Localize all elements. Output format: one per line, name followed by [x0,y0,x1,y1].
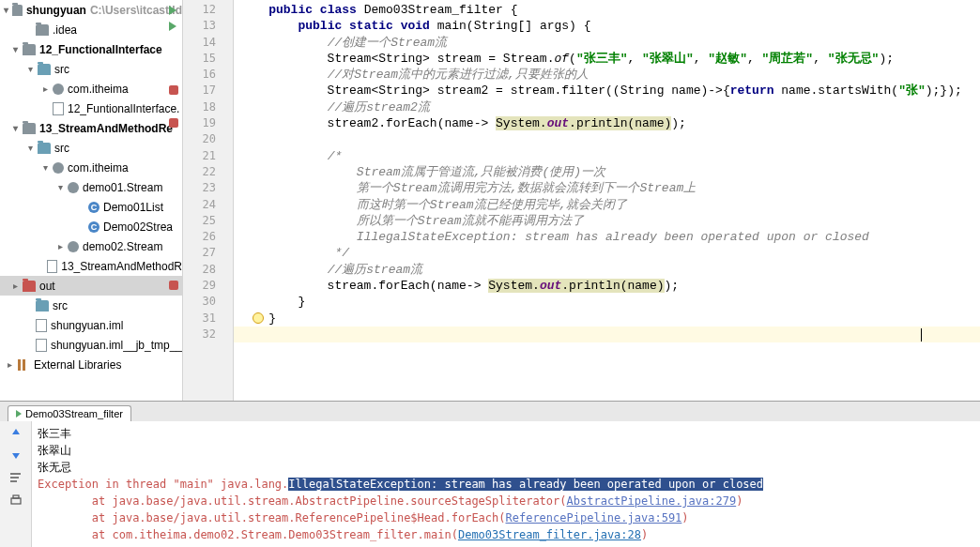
project-root[interactable]: ▾ shungyuan C:\Users\itcast\Id [0,0,182,20]
tree-item[interactable]: ▸com.itheima [0,79,182,99]
project-tree[interactable]: ▾ shungyuan C:\Users\itcast\Id .idea▾12_… [0,0,183,401]
console-line[interactable]: 张三丰 [38,425,974,442]
intention-bulb-icon[interactable] [253,312,264,324]
chevron-icon[interactable]: ▾ [9,123,21,134]
code-line[interactable]: //遍历stream2流 [234,99,980,115]
tree-item[interactable]: ▸demo02.Stream [0,236,182,256]
chevron-icon[interactable]: ▾ [9,44,21,55]
override-gutter-icon[interactable] [169,281,178,290]
chevron-icon[interactable] [23,340,34,351]
code-line[interactable]: } [234,294,980,310]
code-line[interactable]: public class Demo03Stream_filter { [234,2,980,18]
tree-item[interactable]: CDemo01List [0,197,182,217]
gutter-line[interactable]: 26 [183,229,233,245]
chevron-icon[interactable] [36,261,46,272]
tree-item[interactable]: .idea [0,20,182,39]
console-tab[interactable]: Demo03Stream_filter [8,405,131,421]
console-line[interactable]: 张无忌 [38,459,974,476]
gutter-line[interactable]: 13 [183,18,233,34]
code-line[interactable]: stream2.forEach(name-> System.out.printl… [234,115,980,131]
code-line[interactable]: //遍历stream流 [234,262,980,278]
code-line[interactable]: public static void main(String[] args) { [234,18,980,34]
softwrap-icon[interactable] [8,470,23,485]
code-line[interactable]: Stream<String> stream2 = stream.filter((… [234,83,980,99]
run-gutter-icon[interactable] [169,6,176,15]
chevron-icon[interactable]: ▸ [54,241,66,252]
code-line[interactable]: Stream<String> stream = Stream.of("张三丰",… [234,51,980,67]
scroll-down-icon[interactable] [8,448,23,463]
run-gutter-icon[interactable] [169,22,176,31]
code-line[interactable] [234,131,980,147]
chevron-down-icon[interactable]: ▾ [2,5,10,16]
override-gutter-icon[interactable] [169,85,178,95]
gutter-line[interactable]: 31 [183,311,233,327]
chevron-icon[interactable]: ▾ [24,143,36,154]
tree-item[interactable]: ▸out [0,276,182,296]
console-line[interactable]: at com.itheima.demo02.Stream.Demo03Strea… [38,526,974,543]
chevron-icon[interactable]: ▸ [9,281,21,292]
gutter-line[interactable]: 20 [183,131,233,147]
gutter-line[interactable]: 27 [183,245,233,261]
tree-item[interactable]: ▾demo01.Stream [0,177,182,197]
gutter-line[interactable]: 14 [183,35,233,51]
tree-item[interactable]: src [0,296,182,315]
console-line[interactable]: Exception in thread "main" java.lang.Ill… [38,476,974,493]
console-output[interactable]: 张三丰张翠山张无忌Exception in thread "main" java… [32,421,980,547]
gutter-line[interactable]: 12 [183,2,233,18]
code-line[interactable]: Stream流属于管道流,只能被消费(使用)一次 [234,164,980,180]
console-line[interactable]: 张翠山 [38,442,974,459]
chevron-icon[interactable]: ▸ [4,359,15,371]
tree-item[interactable]: ▸External Libraries [0,355,182,374]
tree-item[interactable]: CDemo02Strea [0,217,182,236]
code-line[interactable]: IllegalStateException: stream has alread… [234,229,980,245]
gutter-line[interactable]: 15 [183,51,233,67]
gutter-line[interactable]: 29 [183,278,233,294]
code-line[interactable]: //创建一个Stream流 [234,35,980,51]
gutter-line[interactable]: 25 [183,213,233,229]
code-line[interactable]: /* [234,148,980,164]
tree-item[interactable]: 13_StreamAndMethodR [0,256,182,276]
gutter-line[interactable]: 18 [183,99,233,115]
code-line[interactable]: 而这时第一个Stream流已经使用完毕,就会关闭了 [234,197,980,213]
console-line[interactable]: at java.base/java.util.stream.ReferenceP… [38,509,974,526]
tree-item[interactable]: shungyuan.iml [0,315,182,335]
gutter-line[interactable]: 30 [183,294,233,310]
code-line[interactable]: 第一个Stream流调用完方法,数据就会流转到下一个Stream上 [234,180,980,196]
chevron-icon[interactable]: ▾ [24,64,36,75]
tree-item[interactable]: ▾src [0,59,182,79]
chevron-icon[interactable]: ▸ [39,84,51,95]
code-editor[interactable]: public class Demo03Stream_filter { publi… [234,0,980,401]
tree-item[interactable]: 12_FuntionalInterface. [0,99,182,118]
code-line[interactable]: //对Stream流中的元素进行过滤,只要姓张的人 [234,67,980,83]
gutter-line[interactable]: 24 [183,197,233,213]
override-gutter-icon[interactable] [169,118,178,128]
chevron-icon[interactable] [39,103,51,114]
gutter-line[interactable]: 32 [183,327,233,342]
chevron-icon[interactable] [23,320,34,331]
gutter-line[interactable]: 19 [183,115,233,131]
gutter-line[interactable]: 23 [183,180,233,196]
gutter-line[interactable]: 21 [183,148,233,164]
code-line[interactable]: */ [234,245,980,261]
code-line[interactable] [234,327,980,342]
code-line[interactable]: stream.forEach(name-> System.out.println… [234,278,980,294]
code-line[interactable]: 所以第一个Stream流就不能再调用方法了 [234,213,980,229]
tree-item[interactable]: ▾src [0,138,182,158]
chevron-icon[interactable] [75,202,86,213]
scroll-up-icon[interactable] [8,425,23,440]
console-line[interactable]: at java.base/java.util.stream.AbstractPi… [38,493,974,509]
tree-item[interactable]: ▾13_StreamAndMethodRe [0,118,182,138]
editor-gutter[interactable]: 1213141516171819202122232425262728293031… [183,0,234,401]
gutter-line[interactable]: 17 [183,83,233,99]
tree-item[interactable]: ▾12_FunctionalInterface [0,39,182,59]
tree-item[interactable]: ▾com.itheima [0,158,182,177]
gutter-line[interactable]: 22 [183,164,233,180]
print-icon[interactable] [8,493,23,508]
chevron-icon[interactable]: ▾ [54,182,66,193]
chevron-icon[interactable] [23,300,34,311]
chevron-icon[interactable] [75,221,86,233]
tree-item[interactable]: shungyuan.iml__jb_tmp__ [0,335,182,355]
gutter-line[interactable]: 28 [183,262,233,278]
code-line[interactable]: } [234,311,980,327]
chevron-icon[interactable] [23,24,34,36]
